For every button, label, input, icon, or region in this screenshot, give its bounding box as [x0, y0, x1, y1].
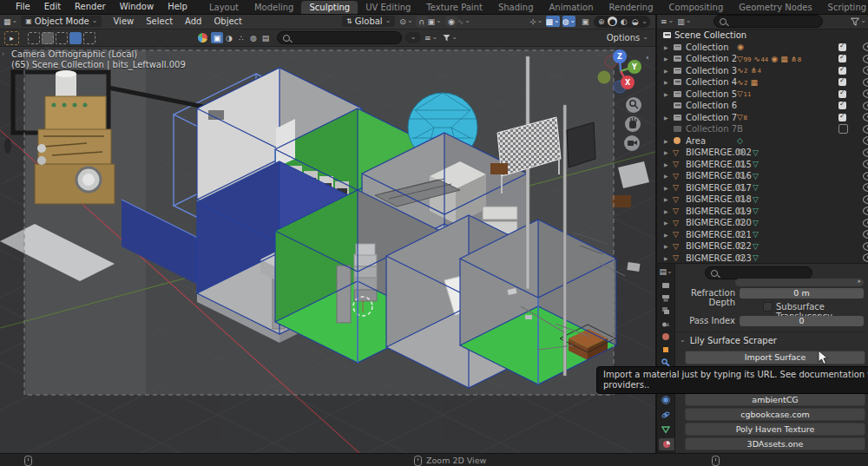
chevron-down-icon[interactable]: [641, 16, 648, 27]
lily-surface-scraper-panel-header[interactable]: Lily Surface Scraper: [680, 336, 777, 345]
menu-add[interactable]: Add: [179, 16, 207, 26]
collapse-arrow-icon[interactable]: ▶: [664, 173, 668, 179]
collapse-arrow-icon[interactable]: ▶: [664, 232, 668, 238]
outliner-row-collection-3[interactable]: ▶Collection 3∿2⋔4: [657, 65, 868, 77]
falloff-button[interactable]: ∿: [457, 16, 470, 27]
outliner-row-scene-collection[interactable]: Scene Collection: [657, 30, 868, 42]
eye-icon[interactable]: [863, 43, 868, 51]
eye-icon[interactable]: [863, 183, 868, 192]
eye-icon[interactable]: [863, 125, 868, 134]
menu-view[interactable]: View: [107, 16, 140, 26]
workspace-tab-rendering[interactable]: Rendering: [601, 1, 661, 14]
select-set-icon[interactable]: [28, 32, 40, 44]
workspace-tab-geometry-nodes[interactable]: Geometry Nodes: [731, 1, 819, 14]
menu-edit[interactable]: Edit: [37, 0, 68, 14]
workspace-tab-texture-paint[interactable]: Texture Paint: [418, 1, 490, 14]
filter-funnel-button[interactable]: [443, 32, 457, 43]
render-checkbox[interactable]: [838, 90, 846, 98]
snap-magnet-icon[interactable]: ∩: [416, 16, 428, 27]
tab-constraints[interactable]: [659, 409, 673, 421]
eye-icon[interactable]: [863, 207, 868, 215]
collapse-arrow-icon[interactable]: ▶: [664, 115, 668, 121]
workspace-tab-animation[interactable]: Animation: [542, 1, 602, 14]
select-subtract-icon[interactable]: [56, 32, 68, 44]
collapse-button[interactable]: [405, 32, 421, 43]
pivot-point-button[interactable]: ⊙: [399, 16, 412, 27]
eye-icon[interactable]: [863, 102, 868, 110]
material-shading-icon[interactable]: ◐: [619, 16, 628, 26]
proportional-editing-icon[interactable]: ◉: [445, 16, 457, 27]
eye-icon[interactable]: [863, 148, 868, 157]
paint-filter-icon[interactable]: ∴: [235, 32, 247, 43]
outliner-row-bigmerge-017[interactable]: ▶▽BIGMERGE.017▽: [657, 182, 868, 194]
workspace-tab-compositing[interactable]: Compositing: [661, 1, 732, 14]
eye-icon[interactable]: [863, 136, 868, 145]
properties-search-input[interactable]: [705, 266, 812, 279]
render-checkbox[interactable]: [838, 124, 848, 134]
outliner-row-bigmerge-020[interactable]: ▶▽BIGMERGE.020▽: [657, 217, 868, 229]
render-checkbox[interactable]: [838, 67, 846, 75]
solid-shading-icon[interactable]: ●: [608, 16, 617, 26]
eye-icon[interactable]: [863, 172, 868, 180]
workspace-tab-scripting[interactable]: Scripting: [820, 1, 868, 14]
menu-file[interactable]: File: [9, 0, 37, 14]
shading-filter-icon[interactable]: ◑: [223, 32, 235, 43]
eye-icon[interactable]: [863, 230, 868, 239]
tab-object-data[interactable]: [659, 423, 673, 436]
object-filter-icon[interactable]: ▣: [211, 32, 223, 43]
menu-object[interactable]: Object: [207, 16, 248, 26]
render-checkbox[interactable]: [838, 114, 846, 121]
tab-output[interactable]: [659, 292, 673, 304]
outliner-row-bigmerge-021[interactable]: ▶▽BIGMERGE.021▽: [657, 229, 868, 241]
render-checkbox[interactable]: [838, 55, 846, 62]
options-dropdown[interactable]: Options: [607, 33, 648, 43]
transform-orientation[interactable]: ⇅ Global: [342, 16, 395, 27]
gizmo-button[interactable]: ⊹: [529, 16, 542, 27]
tab-view-layer[interactable]: [659, 305, 673, 317]
subsurface-translucency-checkbox[interactable]: [763, 302, 773, 312]
xray-button[interactable]: ◍: [562, 16, 576, 27]
outliner-search-input[interactable]: [713, 15, 823, 28]
collapse-arrow-icon[interactable]: ▶: [664, 255, 668, 261]
import-surface-button[interactable]: Import Surface: [685, 351, 865, 364]
outliner-row-bigmerge-022[interactable]: ▶▽BIGMERGE.022▽: [657, 240, 868, 253]
collapse-arrow-icon[interactable]: ▶: [664, 220, 668, 226]
collapse-arrow-icon[interactable]: ▶: [664, 149, 668, 155]
workspace-tab-sculpting[interactable]: Sculpting: [301, 1, 358, 14]
eye-icon[interactable]: [863, 219, 868, 227]
tab-material[interactable]: [659, 438, 674, 450]
outliner-row-collection-2[interactable]: ▶Collection 2▽99∿44◉▦⋔8: [657, 53, 868, 65]
render-checkbox[interactable]: [838, 43, 846, 51]
eye-icon[interactable]: [863, 78, 868, 87]
active-tool-box-select-icon[interactable]: ▸: [4, 31, 19, 45]
viewport-canvas[interactable]: Z Y X ‹: [0, 46, 655, 453]
provider-button-polyhaven[interactable]: Poly Haven Texture: [685, 423, 865, 436]
eye-icon[interactable]: [863, 160, 868, 168]
viewport-search-input[interactable]: [277, 31, 402, 44]
tab-physics[interactable]: [659, 394, 673, 406]
editor-type-button[interactable]: ≡: [661, 16, 674, 27]
eye-icon[interactable]: [863, 89, 868, 98]
outliner-row-bigmerge-002[interactable]: ▶▽BIGMERGE.002▽: [657, 147, 868, 159]
collapse-arrow-icon[interactable]: ▶: [664, 91, 668, 97]
display-mode-button[interactable]: ≡: [424, 32, 437, 43]
select-intersect-icon[interactable]: [83, 32, 95, 44]
pole-object[interactable]: [563, 105, 567, 376]
overlays-button[interactable]: ▩: [546, 16, 560, 27]
collapse-arrow-icon[interactable]: ▶: [664, 208, 668, 214]
tab-scene[interactable]: [659, 318, 673, 330]
tab-render[interactable]: [659, 279, 673, 291]
collapse-arrow-icon[interactable]: ▶: [664, 185, 668, 191]
eye-icon[interactable]: [863, 242, 868, 251]
menu-select[interactable]: Select: [140, 16, 179, 26]
eye-icon[interactable]: [863, 113, 868, 121]
select-invert-icon[interactable]: [69, 32, 82, 44]
stamp-filter-icon[interactable]: ▤: [260, 32, 272, 43]
outliner-row-collection-7[interactable]: ▶Collection 7▽8: [657, 112, 868, 124]
render-checkbox[interactable]: [838, 102, 846, 109]
outliner-row-bigmerge-019[interactable]: ▶▽BIGMERGE.019▽: [657, 206, 868, 218]
outliner-row-collection[interactable]: ▶Collection◉: [657, 42, 868, 54]
eye-icon[interactable]: [863, 253, 868, 262]
collapse-arrow-icon[interactable]: ▶: [664, 243, 668, 249]
collapse-arrow-icon[interactable]: ▶: [664, 196, 668, 202]
